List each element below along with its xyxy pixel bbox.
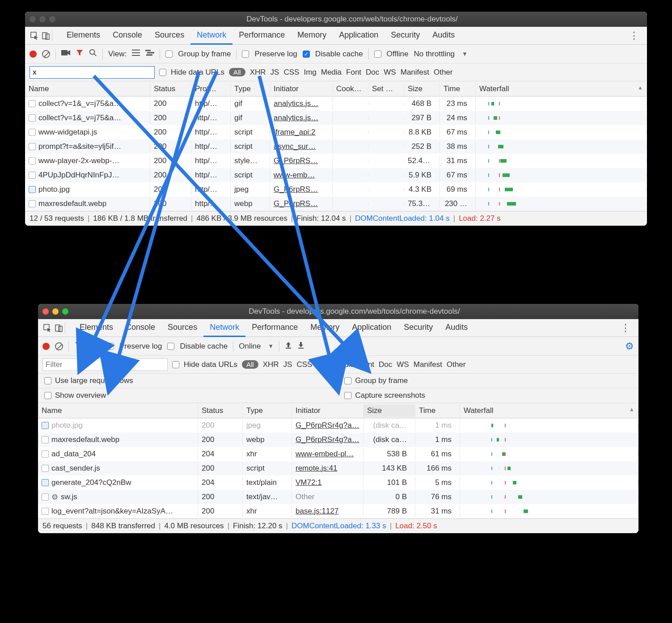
filter-font[interactable]: Font	[359, 360, 374, 369]
overflow-menu-icon[interactable]: ⋮	[625, 30, 643, 42]
filter-font[interactable]: Font	[346, 68, 361, 77]
filter-other[interactable]: Other	[447, 360, 466, 369]
download-har-icon[interactable]	[297, 341, 304, 351]
filter-all[interactable]: All	[229, 68, 245, 76]
tab-application[interactable]: Application	[346, 319, 397, 337]
col-name[interactable]: Name	[25, 83, 150, 95]
record-button[interactable]	[30, 51, 37, 58]
cell-initiator[interactable]: async_sur…	[270, 140, 333, 153]
table-row[interactable]: 4PUpJpDdHqrNInFpJ…200http/…scriptwww-emb…	[25, 168, 647, 182]
group-by-frame-checkbox[interactable]	[165, 51, 173, 58]
cell-initiator[interactable]: G_P6rpRSr4g?a…	[292, 434, 363, 446]
table-row[interactable]: prompt?t=a&site=ylj5if…200http/…scriptas…	[25, 139, 647, 154]
filter-doc[interactable]: Doc	[366, 68, 379, 77]
table-row[interactable]: photo.jpg200jpegG_P6rpRSr4g?a…(disk ca…1…	[38, 418, 638, 433]
filter-icon[interactable]	[74, 341, 82, 351]
device-icon[interactable]	[40, 31, 52, 40]
filter-all[interactable]: All	[242, 360, 258, 369]
col-initiator[interactable]: Initiator	[292, 404, 363, 417]
disable-cache-checkbox[interactable]	[167, 343, 174, 350]
cell-initiator[interactable]: G_P6rpRSr4g?a…	[292, 419, 363, 432]
zoom-dot[interactable]	[49, 16, 55, 22]
titlebar[interactable]: DevTools - developers.google.com/web/too…	[25, 12, 647, 27]
filter-icon[interactable]	[76, 49, 84, 59]
upload-har-icon[interactable]	[285, 341, 292, 351]
col-status[interactable]: Status	[198, 404, 243, 417]
table-row[interactable]: www-widgetapi.js200http/…scriptiframe_ap…	[25, 125, 647, 139]
col-name[interactable]: Name	[38, 404, 198, 417]
online-select[interactable]: Online	[239, 342, 261, 351]
tab-audits[interactable]: Audits	[426, 27, 461, 45]
filter-media[interactable]: Media	[321, 68, 342, 77]
col-setcookies[interactable]: Set …	[368, 83, 404, 95]
hide-data-urls-checkbox[interactable]	[159, 69, 166, 76]
table-row[interactable]: maxresdefault.webp200http/…webpG_P6rpRS……	[25, 197, 647, 211]
col-initiator[interactable]: Initiator	[270, 83, 333, 95]
table-row[interactable]: log_event?alt=json&key=AIzaSyA…200xhrbas…	[38, 504, 638, 518]
filter-ws[interactable]: WS	[384, 68, 396, 77]
col-waterfall[interactable]: Waterfall ▲	[460, 404, 638, 417]
tab-network[interactable]: Network	[190, 27, 232, 45]
cell-initiator[interactable]: analytics.js…	[270, 97, 333, 110]
inspect-icon[interactable]	[42, 324, 53, 333]
throttling-dropdown-icon[interactable]: ▼	[462, 51, 468, 57]
cell-initiator[interactable]: iframe_api:2	[270, 126, 333, 139]
filter-input[interactable]	[30, 66, 155, 79]
filter-xhr[interactable]: XHR	[263, 360, 279, 369]
filter-xhr[interactable]: XHR	[250, 68, 266, 77]
camera-icon[interactable]	[61, 49, 70, 59]
clear-button[interactable]	[55, 342, 63, 350]
table-row[interactable]: collect?v=1&_v=j75&a…200http/…gifanalyti…	[25, 111, 647, 125]
col-type[interactable]: Type	[243, 404, 292, 417]
overview-icon[interactable]	[145, 49, 154, 59]
cell-initiator[interactable]: G_P6rpRS…	[270, 183, 333, 196]
table-row[interactable]: generate_204?cQ2nBw204text/plainVM72:110…	[38, 476, 638, 490]
tab-console[interactable]: Console	[119, 319, 161, 337]
tab-elements[interactable]: Elements	[60, 27, 106, 45]
clear-button[interactable]	[42, 50, 50, 58]
tab-application[interactable]: Application	[333, 27, 385, 45]
filter-manifest[interactable]: Manifest	[401, 68, 429, 77]
tab-console[interactable]: Console	[106, 27, 148, 45]
capture-screenshots-checkbox[interactable]	[344, 392, 351, 399]
settings-gear-icon[interactable]: ⚙	[625, 341, 634, 352]
cell-initiator[interactable]: Other	[292, 491, 363, 503]
large-rows-checkbox[interactable]	[44, 377, 51, 384]
filter-ws[interactable]: WS	[397, 360, 409, 369]
tab-security[interactable]: Security	[397, 319, 439, 337]
preserve-log-checkbox[interactable]	[242, 51, 249, 58]
search-icon[interactable]	[89, 49, 97, 59]
zoom-dot[interactable]	[62, 308, 68, 315]
tab-security[interactable]: Security	[385, 27, 426, 45]
col-protocol[interactable]: Prot…	[191, 83, 231, 95]
record-button[interactable]	[42, 343, 50, 350]
filter-input[interactable]	[42, 358, 168, 371]
table-row[interactable]: ad_data_204204xhrwww-embed-pl…538 B61 ms	[38, 447, 638, 461]
tab-audits[interactable]: Audits	[439, 319, 474, 337]
cell-initiator[interactable]: www-embed-pl…	[292, 448, 363, 460]
col-status[interactable]: Status	[150, 83, 191, 95]
preserve-log-checkbox[interactable]	[107, 343, 114, 350]
cell-initiator[interactable]: analytics.js…	[270, 112, 333, 124]
col-size[interactable]: Size	[404, 83, 440, 95]
tab-memory[interactable]: Memory	[304, 319, 346, 337]
table-row[interactable]: photo.jpg200http/…jpegG_P6rpRS…4.3 KB69 …	[25, 182, 647, 197]
cell-initiator[interactable]: base.js:1127	[292, 505, 363, 518]
table-row[interactable]: www-player-2x-webp-…200http/…style…G_P6r…	[25, 154, 647, 168]
table-row[interactable]: ⚙ sw.js200text/jav…Other0 B76 ms	[38, 490, 638, 504]
overflow-menu-icon[interactable]: ⋮	[616, 322, 635, 334]
group-frame-checkbox[interactable]	[344, 377, 351, 384]
throttling-dropdown-icon[interactable]: ▼	[268, 343, 274, 349]
col-time[interactable]: Time	[415, 404, 460, 417]
filter-doc[interactable]: Doc	[379, 360, 392, 369]
tab-performance[interactable]: Performance	[232, 27, 291, 45]
cell-initiator[interactable]: G_P6rpRS…	[270, 155, 333, 167]
show-overview-checkbox[interactable]	[44, 392, 51, 399]
filter-media[interactable]: Media	[334, 360, 355, 369]
filter-other[interactable]: Other	[434, 68, 453, 77]
tab-memory[interactable]: Memory	[291, 27, 333, 45]
filter-img[interactable]: Img	[304, 68, 316, 77]
table-row[interactable]: maxresdefault.webp200webpG_P6rpRSr4g?a…(…	[38, 433, 638, 447]
titlebar[interactable]: DevTools - developers.google.com/web/too…	[38, 304, 638, 319]
col-waterfall[interactable]: Waterfall ▲	[476, 83, 647, 95]
